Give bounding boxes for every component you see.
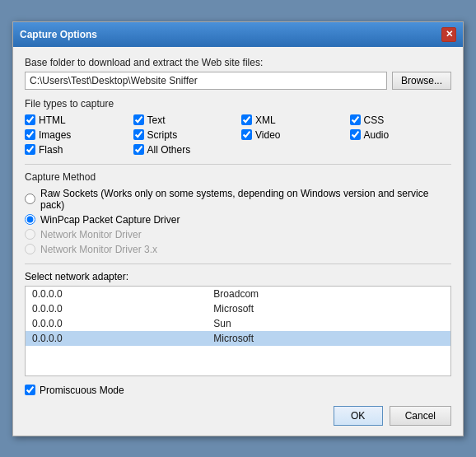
promiscuous-checkbox[interactable]: [25, 385, 35, 395]
filetypes-label: File types to capture: [25, 98, 451, 110]
close-button[interactable]: ✕: [441, 27, 456, 42]
window-title: Capture Options: [20, 29, 97, 40]
checkbox-xml[interactable]: XML: [241, 114, 343, 126]
folder-input[interactable]: [25, 72, 387, 90]
checkbox-scripts-input[interactable]: [133, 129, 144, 140]
adapter-ip: 0.0.0.0: [26, 301, 207, 316]
buttons-row: OK Cancel: [25, 406, 451, 426]
checkbox-xml-input[interactable]: [241, 114, 252, 125]
network-label: Select network adapter:: [25, 271, 451, 282]
capture-method-label: Capture Method: [25, 171, 451, 183]
checkbox-audio-input[interactable]: [350, 129, 361, 140]
filetypes-row3: Flash All Others: [25, 144, 451, 156]
radio-netmon3-item: Network Monitor Driver 3.x: [25, 244, 451, 255]
capture-method-section: Capture Method Raw Sockets (Works only o…: [25, 171, 451, 255]
radio-netmon-input: [25, 229, 35, 240]
checkbox-flash[interactable]: Flash: [25, 144, 127, 156]
checkbox-allothers[interactable]: All Others: [133, 144, 236, 156]
adapter-name: Sun: [207, 316, 450, 331]
adapter-ip: 0.0.0.0: [26, 316, 207, 331]
adapter-name: Microsoft: [207, 301, 450, 316]
radio-winpcap-input[interactable]: [25, 214, 35, 225]
table-row[interactable]: 0.0.0.0 Sun: [26, 316, 450, 331]
table-row-selected[interactable]: 0.0.0.0 Microsoft: [26, 331, 450, 346]
ok-button[interactable]: OK: [334, 406, 383, 426]
checkbox-audio[interactable]: Audio: [350, 129, 452, 141]
checkbox-css-input[interactable]: [350, 114, 361, 125]
promiscuous-label: Promiscuous Mode: [40, 385, 124, 396]
checkbox-video-input[interactable]: [241, 129, 252, 140]
divider-1: [25, 164, 451, 165]
dialog-content: Base folder to download and extract the …: [13, 47, 463, 436]
network-section: Select network adapter: 0.0.0.0 Broadcom…: [25, 271, 451, 376]
radio-rawsockets-item[interactable]: Raw Sockets (Works only on some systems,…: [25, 188, 451, 211]
table-row[interactable]: 0.0.0.0 Microsoft: [26, 301, 450, 316]
capture-options-window: Capture Options ✕ Base folder to downloa…: [12, 21, 464, 436]
adapter-name: Broadcom: [207, 287, 450, 301]
promiscuous-mode-row[interactable]: Promiscuous Mode: [25, 385, 451, 396]
folder-row: Browse...: [25, 72, 451, 90]
adapter-ip: 0.0.0.0: [26, 287, 207, 301]
checkbox-images[interactable]: Images: [25, 129, 127, 141]
checkbox-scripts[interactable]: Scripts: [133, 129, 236, 141]
network-table-container[interactable]: 0.0.0.0 Broadcom 0.0.0.0 Microsoft 0.0.0…: [25, 286, 451, 376]
radio-rawsockets-input[interactable]: [25, 194, 35, 204]
radio-netmon-item: Network Monitor Driver: [25, 229, 451, 240]
radio-netmon3-input: [25, 244, 35, 254]
checkbox-video[interactable]: Video: [241, 129, 343, 141]
checkbox-text-input[interactable]: [133, 114, 144, 125]
radio-winpcap-item[interactable]: WinPcap Packet Capture Driver: [25, 214, 451, 226]
browse-button[interactable]: Browse...: [392, 72, 451, 90]
filetypes-row1: HTML Text XML CSS: [25, 114, 451, 126]
title-bar: Capture Options ✕: [13, 22, 463, 47]
checkbox-images-input[interactable]: [25, 129, 35, 140]
folder-label: Base folder to download and extract the …: [25, 57, 451, 68]
filetypes-row2: Images Scripts Video Audio: [25, 129, 451, 141]
divider-2: [25, 263, 451, 264]
checkbox-text[interactable]: Text: [133, 114, 236, 126]
checkbox-css[interactable]: CSS: [350, 114, 452, 126]
checkbox-allothers-input[interactable]: [133, 144, 144, 155]
adapter-ip: 0.0.0.0: [26, 331, 207, 346]
network-table: 0.0.0.0 Broadcom 0.0.0.0 Microsoft 0.0.0…: [26, 287, 450, 346]
table-row[interactable]: 0.0.0.0 Broadcom: [26, 287, 450, 301]
checkbox-html[interactable]: HTML: [25, 114, 127, 126]
cancel-button[interactable]: Cancel: [390, 406, 451, 426]
adapter-name: Microsoft: [207, 331, 450, 346]
checkbox-flash-input[interactable]: [25, 144, 35, 155]
checkbox-html-input[interactable]: [25, 114, 35, 125]
